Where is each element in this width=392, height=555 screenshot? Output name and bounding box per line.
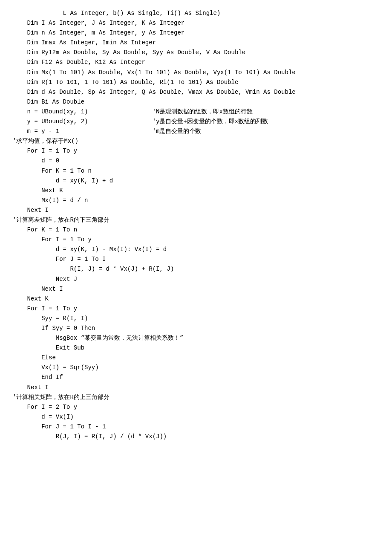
code-display: L As Integer, b() As Single, Ti() As Sin…	[13, 9, 379, 442]
